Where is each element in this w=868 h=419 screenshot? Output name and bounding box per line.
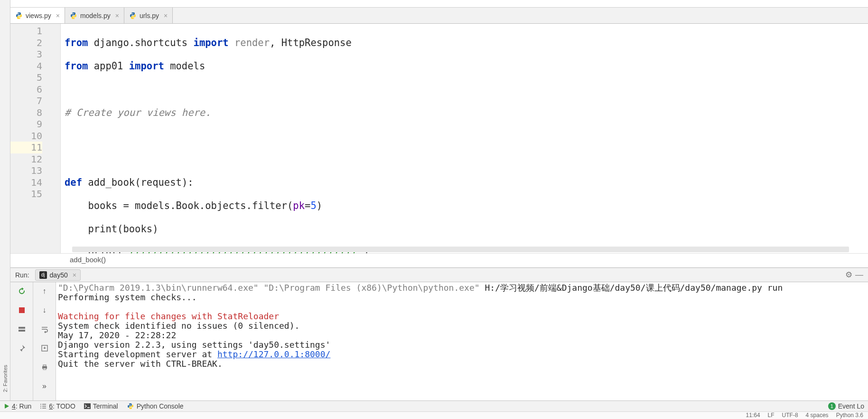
run-tool-window-button[interactable]: 44: Run: Run xyxy=(4,402,31,410)
event-log-button[interactable]: 1 Event Lo xyxy=(828,402,864,410)
svg-point-4 xyxy=(131,12,132,13)
hide-icon[interactable]: — xyxy=(855,270,863,280)
line-ending[interactable]: LF xyxy=(768,412,775,419)
close-icon[interactable]: × xyxy=(56,12,60,19)
horizontal-scrollbar[interactable] xyxy=(72,247,849,252)
cursor-position[interactable]: 11:64 xyxy=(746,412,760,419)
scroll-to-end-icon[interactable] xyxy=(39,343,50,353)
run-panel-header: Run: dj day50 × ⚙ — xyxy=(10,268,868,282)
tab-label: models.py xyxy=(80,12,111,19)
svg-point-5 xyxy=(133,18,134,18)
pin-button[interactable] xyxy=(17,343,27,353)
run-label: Run: xyxy=(15,271,29,279)
editor-tabs: views.py × models.py × urls.py × xyxy=(10,8,868,24)
layout-button[interactable] xyxy=(17,324,27,334)
svg-rect-13 xyxy=(84,403,91,409)
project-tool-stripe[interactable]: 2: Favorites xyxy=(0,0,10,400)
navigation-breadcrumb[interactable] xyxy=(10,0,868,8)
stop-button[interactable] xyxy=(17,305,27,315)
code-area[interactable]: from django.shortcuts import render, Htt… xyxy=(61,24,868,253)
python-file-icon xyxy=(129,12,137,19)
run-toolbar-left xyxy=(10,282,33,400)
soft-wrap-icon[interactable] xyxy=(39,324,50,334)
python-file-icon xyxy=(15,12,23,19)
editor[interactable]: 123456789101112131415 from django.shortc… xyxy=(10,24,868,253)
close-icon[interactable]: × xyxy=(164,12,168,19)
gear-icon[interactable]: ⚙ xyxy=(845,270,852,280)
tab-label: urls.py xyxy=(140,12,159,19)
tool-window-bar: 44: Run: Run 6: TODO 6: TODO Terminal Py… xyxy=(0,400,868,411)
python-file-icon xyxy=(70,12,77,19)
indent-setting[interactable]: 4 spaces xyxy=(806,412,829,419)
run-config-name: day50 xyxy=(50,271,68,279)
line-number-gutter: 123456789101112131415 xyxy=(10,24,61,253)
event-count-badge: 1 xyxy=(828,402,836,410)
run-configuration-tab[interactable]: dj day50 × xyxy=(35,269,81,281)
svg-point-0 xyxy=(18,12,18,13)
svg-rect-11 xyxy=(43,365,46,366)
close-icon[interactable]: × xyxy=(115,12,119,19)
function-breadcrumb[interactable]: add_book() xyxy=(10,253,868,267)
rerun-button[interactable] xyxy=(17,286,27,296)
console-output[interactable]: "D:\PyCharm 2019.1.3\bin\runnerw64.exe" … xyxy=(56,282,868,400)
print-icon[interactable] xyxy=(39,362,50,372)
down-arrow-icon[interactable]: ↓ xyxy=(39,305,50,315)
svg-point-3 xyxy=(74,18,75,18)
svg-point-1 xyxy=(19,18,20,18)
todo-tool-window-button[interactable]: 6: TODO 6: TODO xyxy=(40,402,75,410)
tab-urls-py[interactable]: urls.py × xyxy=(124,8,173,23)
up-arrow-icon[interactable]: ↑ xyxy=(39,286,50,296)
tab-label: views.py xyxy=(26,12,51,19)
file-encoding[interactable]: UTF-8 xyxy=(782,412,798,419)
favorites-label[interactable]: 2: Favorites xyxy=(2,365,8,392)
python-interpreter[interactable]: Python 3.6 xyxy=(836,412,863,419)
svg-rect-6 xyxy=(19,307,25,313)
django-icon: dj xyxy=(39,271,47,279)
close-icon[interactable]: × xyxy=(73,271,76,279)
tab-views-py[interactable]: views.py × xyxy=(10,8,65,23)
svg-rect-7 xyxy=(19,327,25,329)
tab-models-py[interactable]: models.py × xyxy=(65,8,124,23)
svg-point-2 xyxy=(72,12,73,13)
svg-rect-12 xyxy=(43,368,46,370)
run-toolbar-inner: ↑ ↓ » xyxy=(33,282,56,400)
svg-rect-8 xyxy=(19,330,25,332)
terminal-tool-window-button[interactable]: Terminal xyxy=(84,402,118,410)
status-bar: 11:64 LF UTF-8 4 spaces Python 3.6 xyxy=(0,411,868,419)
more-icon[interactable]: » xyxy=(39,381,50,391)
python-console-tool-window-button[interactable]: Python Console xyxy=(127,402,184,410)
